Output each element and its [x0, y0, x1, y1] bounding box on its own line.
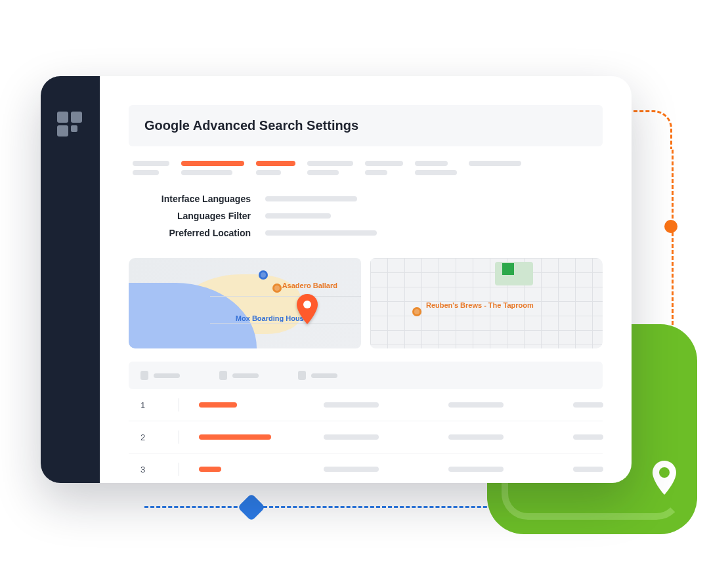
row-value-bar [448, 402, 504, 408]
row-value-bar [573, 467, 603, 472]
setting-value-placeholder[interactable] [265, 196, 357, 201]
settings-block: Interface Languages Languages Filter Pre… [129, 183, 603, 258]
row-value-bar [448, 434, 504, 440]
results-table: 1 2 3 [129, 362, 603, 483]
bar-pin-icon [412, 307, 421, 316]
page-title: Google Advanced Search Settings [144, 118, 587, 133]
svg-point-0 [659, 467, 670, 478]
row-value-bar [448, 467, 504, 472]
setting-interface-languages: Interface Languages [133, 194, 599, 204]
row-value-bar [573, 402, 603, 408]
map-poi-label: Asadero Ballard [282, 282, 337, 289]
row-value-bar [324, 434, 379, 440]
setting-label: Interface Languages [133, 194, 251, 204]
park-icon [502, 263, 514, 275]
row-value-bar [199, 402, 237, 408]
map-poi-label: Reuben's Brews - The Taproom [426, 301, 534, 309]
setting-value-placeholder[interactable] [265, 213, 331, 219]
decorative-dot-orange [664, 220, 677, 233]
table-header [129, 362, 603, 389]
row-value-bar [199, 434, 271, 440]
tab-item[interactable] [469, 161, 521, 175]
setting-preferred-location: Preferred Location [133, 228, 599, 238]
map-previews: Asadero Ballard Mox Boarding House Reube… [129, 258, 603, 348]
table-col-header[interactable] [219, 371, 259, 380]
table-row[interactable]: 3 [129, 453, 603, 483]
tab-item[interactable] [415, 161, 457, 175]
location-pin-icon [296, 294, 318, 324]
row-value-bar [324, 467, 379, 472]
tab-item[interactable] [307, 161, 353, 175]
main-content: Google Advanced Search Settings Interfac… [100, 76, 632, 483]
row-index: 2 [140, 432, 159, 442]
page-title-bar: Google Advanced Search Settings [129, 105, 603, 146]
setting-value-placeholder[interactable] [265, 230, 377, 236]
app-window: Google Advanced Search Settings Interfac… [41, 76, 632, 483]
app-logo-icon[interactable] [57, 112, 83, 138]
map-pin-icon [651, 461, 677, 495]
setting-label: Preferred Location [133, 228, 251, 238]
setting-languages-filter: Languages Filter [133, 211, 599, 221]
table-row[interactable]: 1 [129, 389, 603, 421]
row-index: 1 [140, 400, 159, 410]
row-value-bar [324, 402, 379, 408]
tab-item-active[interactable] [256, 161, 295, 175]
decorative-diamond-blue [238, 494, 265, 521]
row-value-bar [199, 467, 221, 472]
map-preview-right[interactable]: Reuben's Brews - The Taproom [370, 258, 603, 348]
table-row[interactable]: 2 [129, 421, 603, 453]
tabs-row [129, 146, 603, 183]
tab-item[interactable] [365, 161, 403, 175]
svg-point-1 [303, 301, 311, 308]
sidebar [41, 76, 100, 483]
setting-label: Languages Filter [133, 211, 251, 221]
table-col-header[interactable] [298, 371, 337, 380]
row-value-bar [573, 434, 603, 440]
row-index: 3 [140, 465, 159, 474]
table-col-header[interactable] [140, 371, 180, 380]
map-preview-left[interactable]: Asadero Ballard Mox Boarding House [129, 258, 361, 348]
tab-item[interactable] [133, 161, 169, 175]
tab-item-active[interactable] [181, 161, 244, 175]
